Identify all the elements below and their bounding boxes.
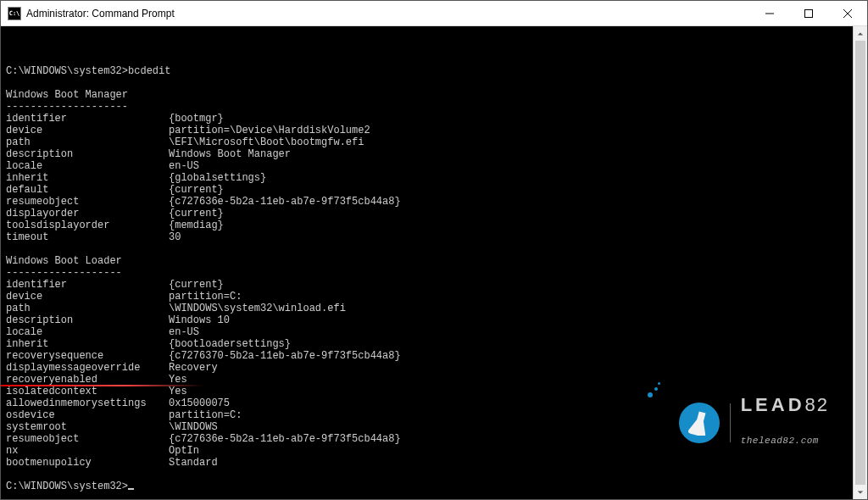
console-line: resumeobject{c727636e-5b2a-11eb-ab7e-9f7… [6, 196, 848, 208]
console-line: Windows Boot Manager [6, 89, 848, 101]
output-value: Standard [169, 457, 218, 469]
output-key: path [6, 136, 169, 148]
output-value: OptIn [169, 445, 199, 457]
console-line: timeout30 [6, 231, 848, 243]
prompt-command: bcdedit [128, 65, 170, 77]
output-value: Windows 10 [169, 314, 230, 326]
maximize-button[interactable] [789, 1, 828, 25]
output-key: description [6, 148, 169, 160]
output-key: locale [6, 160, 169, 172]
console-line: recoverysequence{c7276370-5b2a-11eb-ab7e… [6, 350, 848, 362]
brand-bold: LEAD [741, 394, 805, 415]
output-key: resumeobject [6, 196, 169, 208]
prompt-path: C:\WINDOWS\system32> [6, 65, 128, 77]
output-value: {current} [169, 208, 224, 219]
output-key: nx [6, 445, 169, 457]
scroll-thumb[interactable] [855, 41, 865, 485]
output-value: Windows Boot Manager [169, 148, 291, 160]
console-line: displayorder{current} [6, 208, 848, 219]
console-line: inherit{globalsettings} [6, 172, 848, 184]
output-key: isolatedcontext [6, 386, 169, 397]
output-key: resumeobject [6, 433, 169, 445]
console-line: descriptionWindows Boot Manager [6, 148, 848, 160]
output-key: description [6, 314, 169, 326]
output-value: 30 [169, 231, 181, 243]
output-key: timeout [6, 231, 169, 243]
output-key: default [6, 184, 169, 196]
console-line: inherit{bootloadersettings} [6, 338, 848, 350]
output-value: \EFI\Microsoft\Boot\bootmgfw.efi [169, 136, 364, 148]
console-line [6, 77, 848, 89]
watermark-logo: LEAD82 thelead82.com [679, 375, 829, 470]
output-key: inherit [6, 338, 169, 350]
console-line: displaymessageoverrideRecovery [6, 362, 848, 374]
console-line: toolsdisplayorder{memdiag} [6, 219, 848, 231]
console-output[interactable]: C:\WINDOWS\system32>bcdedit Windows Boot… [1, 26, 853, 499]
window-title: Administrator: Command Prompt [26, 8, 750, 19]
output-key: osdevice [6, 409, 169, 421]
prompt-path: C:\WINDOWS\system32> [6, 481, 128, 492]
console-line: C:\WINDOWS\system32>bcdedit [6, 65, 848, 77]
output-value: Yes [169, 386, 187, 397]
output-key: identifier [6, 113, 169, 125]
output-key: identifier [6, 279, 169, 291]
console-line: path\EFI\Microsoft\Boot\bootmgfw.efi [6, 136, 848, 148]
console-line: devicepartition=\Device\HarddiskVolume2 [6, 125, 848, 136]
output-value: {current} [169, 279, 224, 291]
cmd-icon: C:\ [8, 7, 21, 20]
console-line: path\WINDOWS\system32\winload.efi [6, 303, 848, 314]
output-value: partition=C: [169, 409, 242, 421]
output-key: inherit [6, 172, 169, 184]
window-controls [750, 1, 867, 25]
output-value: partition=C: [169, 291, 242, 303]
highlight-underline [1, 385, 204, 386]
console-line: localeen-US [6, 160, 848, 172]
brand-url: thelead82.com [741, 435, 829, 447]
scroll-up-button[interactable] [854, 26, 867, 41]
command-prompt-window: C:\ Administrator: Command Prompt C:\WIN… [0, 0, 868, 500]
output-key: recoveryenabled [6, 374, 169, 386]
scroll-track[interactable] [854, 41, 867, 485]
output-value: {globalsettings} [169, 172, 266, 184]
output-value: {c727636e-5b2a-11eb-ab7e-9f73f5cb44a8} [169, 196, 401, 208]
console-line: C:\WINDOWS\system32> [6, 481, 848, 492]
output-value: {c727636e-5b2a-11eb-ab7e-9f73f5cb44a8} [169, 433, 401, 445]
output-key: systemroot [6, 421, 169, 433]
scroll-down-button[interactable] [854, 485, 867, 499]
output-value: partition=\Device\HarddiskVolume2 [169, 125, 370, 136]
vertical-scrollbar[interactable] [853, 26, 867, 499]
text-cursor [128, 488, 134, 490]
output-value: {memdiag} [169, 219, 224, 231]
console-line: identifier{bootmgr} [6, 113, 848, 125]
console-line: identifier{current} [6, 279, 848, 291]
output-value: {c7276370-5b2a-11eb-ab7e-9f73f5cb44a8} [169, 350, 401, 362]
console-line: localeen-US [6, 326, 848, 338]
output-value: Yes [169, 374, 187, 386]
output-key: displayorder [6, 208, 169, 219]
console-line: default{current} [6, 184, 848, 196]
svg-rect-1 [805, 9, 813, 17]
output-key: recoverysequence [6, 350, 169, 362]
output-key: path [6, 303, 169, 314]
output-value: en-US [169, 160, 199, 172]
output-key: bootmenupolicy [6, 457, 169, 469]
console-line: Windows Boot Loader [6, 255, 848, 267]
titlebar[interactable]: C:\ Administrator: Command Prompt [1, 1, 867, 26]
console-line [6, 469, 848, 481]
flask-icon [679, 403, 720, 443]
output-value: {bootmgr} [169, 113, 224, 125]
output-key: displaymessageoverride [6, 362, 169, 374]
console-line: descriptionWindows 10 [6, 314, 848, 326]
output-value: Recovery [169, 362, 218, 374]
output-value: \WINDOWS [169, 421, 218, 433]
output-key: device [6, 291, 169, 303]
output-key: device [6, 125, 169, 136]
close-button[interactable] [828, 1, 867, 25]
minimize-button[interactable] [750, 1, 789, 25]
console-line: -------------------- [6, 101, 848, 113]
console-line: ------------------- [6, 267, 848, 279]
output-value: en-US [169, 326, 199, 338]
console-line [6, 243, 848, 255]
output-key: locale [6, 326, 169, 338]
console-line: devicepartition=C: [6, 291, 848, 303]
